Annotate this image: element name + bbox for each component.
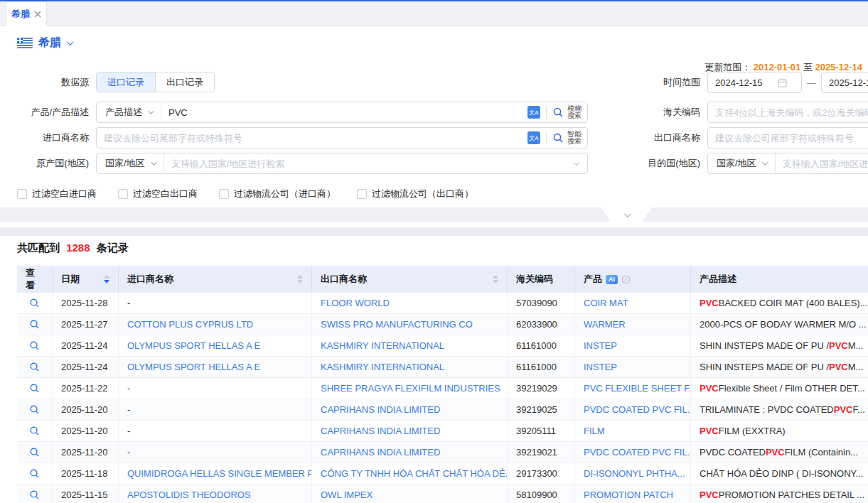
product-link[interactable]: PROMOTION PATCH — [584, 490, 673, 500]
product-link[interactable]: WARMER — [584, 319, 626, 330]
product-link[interactable]: PVDC COATED PVC FIL... — [584, 404, 691, 415]
table-body: 2025-11-28-FLOOR WORLD57039090COIR MATPV… — [17, 293, 868, 503]
date-start-field[interactable] — [707, 72, 802, 93]
description-text: Flexible Sheet / Film OTHER DET... — [719, 383, 865, 394]
view-cell[interactable] — [17, 335, 53, 356]
checkbox-icon[interactable] — [17, 189, 27, 199]
hs-code-cell: 39219029 — [508, 378, 575, 399]
checkbox-icon[interactable] — [118, 189, 128, 199]
filter-checkbox-2[interactable]: 过滤物流公司（进口商） — [219, 188, 336, 200]
destination-input[interactable] — [776, 153, 868, 173]
column-header-3[interactable]: 出口商名称 — [312, 266, 508, 293]
origin-input[interactable] — [164, 153, 574, 173]
sort-control[interactable] — [104, 275, 109, 283]
product-link[interactable]: FILM — [584, 426, 605, 436]
view-record-icon[interactable] — [29, 298, 40, 308]
view-cell[interactable] — [17, 314, 53, 335]
hs-code-cell: 61161000 — [508, 357, 575, 377]
exporter-link[interactable]: SHREE PRAGYA FLEXIFILM INDUSTRIES — [321, 383, 500, 394]
checkbox-icon[interactable] — [357, 189, 367, 199]
exporter-link[interactable]: SWISS PRO MANUFACTURING CO — [321, 319, 473, 330]
exporter-cell: CÔNG TY TNHH HÓA CHẤT CHẤT HÓA DẺ... — [312, 463, 508, 484]
exporter-link[interactable]: KASHMIRY INTERNATIONAL — [321, 362, 444, 372]
product-link[interactable]: INSTEP — [584, 362, 617, 372]
view-cell[interactable] — [17, 378, 53, 399]
view-record-icon[interactable] — [29, 340, 40, 351]
importer-link[interactable]: QUIMIDROGA HELLAS SINGLE MEMBER PC — [127, 468, 312, 479]
filter-checkbox-3[interactable]: 过滤物流公司（出口商） — [357, 188, 473, 200]
exporter-link[interactable]: CAPRIHANS INDIA LIMITED — [321, 447, 440, 458]
view-cell[interactable] — [17, 399, 53, 420]
toggle-import-records[interactable]: 进口记录 — [97, 72, 155, 92]
close-icon[interactable] — [34, 11, 41, 18]
view-cell[interactable] — [17, 421, 53, 441]
importer-cell: QUIMIDROGA HELLAS SINGLE MEMBER PC — [119, 463, 312, 484]
view-cell[interactable] — [17, 463, 53, 484]
view-record-icon[interactable] — [29, 468, 40, 479]
summary-prefix: 共匹配到 — [17, 242, 60, 254]
column-header-2[interactable]: 进口商名称 — [119, 266, 312, 293]
tab-greece[interactable]: 希腊 — [6, 1, 47, 26]
translate-icon[interactable]: 文A — [527, 131, 540, 144]
exporter-input[interactable] — [708, 128, 868, 148]
greece-flag-icon — [17, 38, 33, 48]
product-link[interactable]: COIR MAT — [584, 298, 628, 308]
view-record-icon[interactable] — [29, 362, 40, 372]
importer-link[interactable]: OLYMPUS SPORT HELLAS A E — [127, 340, 260, 351]
sort-control[interactable] — [297, 275, 303, 283]
hs-code-input[interactable] — [708, 102, 868, 122]
importer-link[interactable]: COTTON PLUS CYPRUS LTD — [127, 319, 253, 330]
date-end-input[interactable] — [829, 77, 868, 88]
view-cell[interactable] — [17, 485, 53, 503]
column-header-0: 查看 — [17, 266, 53, 293]
keyword-highlight: PVC — [834, 404, 853, 415]
product-link[interactable]: PVC FLEXIBLE SHEET F... — [584, 383, 691, 394]
checkbox-icon[interactable] — [219, 189, 229, 199]
product-link[interactable]: DI-ISONONYL PHTHA... — [584, 468, 685, 479]
importer-link[interactable]: APOSTOLIDIS THEODOROS — [127, 490, 251, 500]
importer-link[interactable]: OLYMPUS SPORT HELLAS A E — [127, 362, 260, 372]
sort-control[interactable] — [493, 275, 498, 283]
keyword-highlight: PVC — [700, 298, 719, 308]
toggle-export-records[interactable]: 出口记录 — [155, 72, 214, 92]
date-start-input[interactable] — [715, 77, 778, 88]
exporter-link[interactable]: CÔNG TY TNHH HÓA CHẤT CHẤT HÓA DẺ... — [321, 468, 508, 479]
date-end-field[interactable] — [821, 72, 868, 93]
exporter-link[interactable]: CAPRIHANS INDIA LIMITED — [321, 404, 440, 415]
update-range-to: 2025-12-14 — [815, 62, 863, 72]
product-search-input[interactable] — [161, 102, 527, 122]
product-link[interactable]: INSTEP — [584, 340, 617, 351]
exporter-link[interactable]: OWL IMPEX — [321, 490, 373, 500]
importer-row: 进口商名称 文A 智能搜索 — [0, 127, 588, 148]
view-cell[interactable] — [17, 357, 53, 377]
filter-checkbox-1[interactable]: 过滤空白出口商 — [118, 188, 198, 200]
ai-badge: AI — [606, 275, 618, 284]
exporter-link[interactable]: CAPRIHANS INDIA LIMITED — [321, 426, 440, 436]
destination-row: 目的国(地区) 国家/地区 — [554, 153, 868, 174]
table-row: 2025-11-20-CAPRIHANS INDIA LIMITED392190… — [17, 399, 868, 421]
view-cell[interactable] — [17, 293, 53, 313]
description-cell: SHIN INSTEPS MADE OF PU / PVC M... — [691, 335, 868, 356]
destination-type-select[interactable]: 国家/地区 — [708, 153, 776, 173]
view-record-icon[interactable] — [29, 383, 40, 394]
view-record-icon[interactable] — [29, 319, 40, 330]
info-icon[interactable] — [621, 275, 631, 284]
importer-input[interactable] — [97, 128, 527, 148]
view-cell[interactable] — [17, 442, 53, 463]
exporter-link[interactable]: FLOOR WORLD — [321, 298, 390, 308]
origin-type-select[interactable]: 国家/地区 — [97, 153, 164, 173]
column-header-1[interactable]: 日期 — [53, 266, 119, 293]
filter-checkbox-0[interactable]: 过滤空白进口商 — [17, 188, 97, 200]
translate-icon[interactable]: 文A — [527, 106, 540, 119]
view-record-icon[interactable] — [29, 447, 40, 458]
view-record-icon[interactable] — [29, 426, 40, 436]
product-type-select[interactable]: 产品描述 — [97, 102, 161, 122]
product-search-group: 产品描述 文A 模糊搜索 — [96, 102, 588, 123]
product-link[interactable]: PVDC COATED PVC FIL... — [584, 447, 691, 458]
chevron-down-icon[interactable] — [67, 38, 74, 45]
date-cell: 2025-11-18 — [53, 463, 119, 484]
view-record-icon[interactable] — [29, 490, 40, 500]
exporter-link[interactable]: KASHMIRY INTERNATIONAL — [321, 340, 444, 351]
view-record-icon[interactable] — [29, 404, 40, 415]
importer-cell: - — [119, 293, 312, 313]
